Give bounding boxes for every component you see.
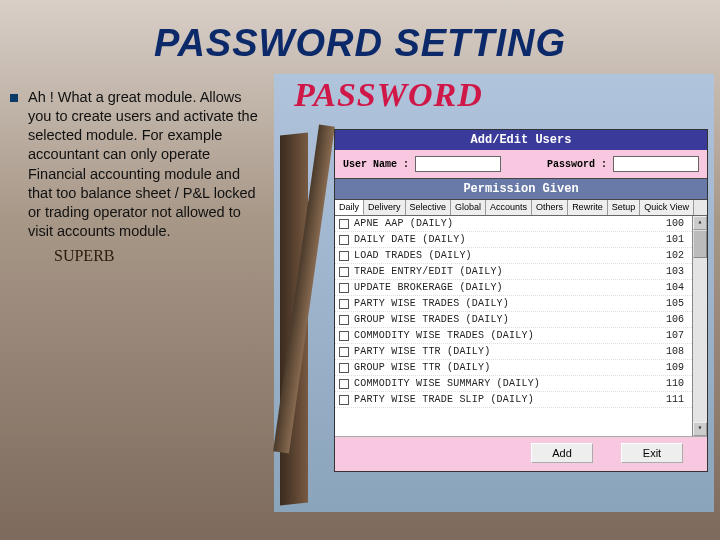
checkbox-icon[interactable] [339,219,349,229]
checkbox-icon[interactable] [339,379,349,389]
button-row: Add Exit [335,436,707,471]
content-row: Ah ! What a great module. Allows you to … [0,84,720,265]
credentials-row: User Name : Password : [335,150,707,178]
checkbox-icon[interactable] [339,235,349,245]
tab-rewrite[interactable]: Rewrite [568,200,608,215]
superb-label: SUPERB [54,247,266,265]
username-label: User Name : [343,159,409,170]
window-titlebar: Add/Edit Users [335,130,707,150]
checkbox-icon[interactable] [339,395,349,405]
permission-label: TRADE ENTRY/EDIT (DAILY) [354,266,656,277]
permission-label: LOAD TRADES (DAILY) [354,250,656,261]
permission-code: 104 [656,282,688,293]
permission-code: 100 [656,218,688,229]
list-item[interactable]: UPDATE BROKERAGE (DAILY)104 [335,280,692,296]
checkbox-icon[interactable] [339,267,349,277]
tab-setup[interactable]: Setup [608,200,641,215]
permission-label: DAILY DATE (DAILY) [354,234,656,245]
exit-button[interactable]: Exit [621,443,683,463]
page-title: PASSWORD SETTING [0,0,720,65]
permission-code: 107 [656,330,688,341]
list-item[interactable]: DAILY DATE (DAILY)101 [335,232,692,248]
permission-label: GROUP WISE TTR (DAILY) [354,362,656,373]
list-item[interactable]: GROUP WISE TTR (DAILY)109 [335,360,692,376]
add-edit-users-window: Add/Edit Users User Name : Password : Pe… [334,129,708,472]
permission-label: PARTY WISE TRADE SLIP (DAILY) [354,394,656,405]
scroll-thumb[interactable] [693,230,707,258]
list-item[interactable]: PARTY WISE TRADES (DAILY)105 [335,296,692,312]
bullet-text: Ah ! What a great module. Allows you to … [28,88,266,241]
permission-list: APNE AAP (DAILY)100DAILY DATE (DAILY)101… [335,216,692,436]
tab-accounts[interactable]: Accounts [486,200,532,215]
scroll-track[interactable] [693,230,707,422]
checkbox-icon[interactable] [339,347,349,357]
checkbox-icon[interactable] [339,251,349,261]
list-item[interactable]: PARTY WISE TRADE SLIP (DAILY)111 [335,392,692,408]
list-item[interactable]: TRADE ENTRY/EDIT (DAILY)103 [335,264,692,280]
permission-label: COMMODITY WISE TRADES (DAILY) [354,330,656,341]
tab-others[interactable]: Others [532,200,568,215]
add-button[interactable]: Add [531,443,593,463]
username-input[interactable] [415,156,501,172]
permission-label: PARTY WISE TRADES (DAILY) [354,298,656,309]
tab-global[interactable]: Global [451,200,486,215]
tab-daily[interactable]: Daily [335,200,364,215]
permission-code: 103 [656,266,688,277]
scroll-down-icon[interactable]: ▾ [693,422,707,436]
tab-selective[interactable]: Selective [406,200,452,215]
bullet-item: Ah ! What a great module. Allows you to … [8,88,266,241]
list-item[interactable]: COMMODITY WISE TRADES (DAILY)107 [335,328,692,344]
checkbox-icon[interactable] [339,315,349,325]
checkbox-icon[interactable] [339,363,349,373]
scrollbar[interactable]: ▴ ▾ [692,216,707,436]
permission-code: 108 [656,346,688,357]
checkbox-icon[interactable] [339,331,349,341]
permission-code: 106 [656,314,688,325]
checkbox-icon[interactable] [339,283,349,293]
permission-list-wrap: APNE AAP (DAILY)100DAILY DATE (DAILY)101… [335,216,707,436]
permission-label: PARTY WISE TTR (DAILY) [354,346,656,357]
permission-code: 111 [656,394,688,405]
bullet-column: Ah ! What a great module. Allows you to … [8,84,274,265]
list-item[interactable]: GROUP WISE TRADES (DAILY)106 [335,312,692,328]
permission-code: 109 [656,362,688,373]
password-input[interactable] [613,156,699,172]
scroll-up-icon[interactable]: ▴ [693,216,707,230]
tab-row: DailyDeliverySelectiveGlobalAccountsOthe… [335,200,707,216]
slide: PASSWORD SETTING Ah ! What a great modul… [0,0,720,540]
embedded-screenshot: PASSWORD Add/Edit Users User Name : Pass… [274,74,714,512]
permission-code: 102 [656,250,688,261]
list-item[interactable]: PARTY WISE TTR (DAILY)108 [335,344,692,360]
permission-code: 110 [656,378,688,389]
permission-code: 105 [656,298,688,309]
permission-code: 101 [656,234,688,245]
permission-label: GROUP WISE TRADES (DAILY) [354,314,656,325]
tab-quick-view[interactable]: Quick View [640,200,694,215]
list-item[interactable]: COMMODITY WISE SUMMARY (DAILY)110 [335,376,692,392]
list-item[interactable]: LOAD TRADES (DAILY)102 [335,248,692,264]
password-heading: PASSWORD [294,76,483,114]
permission-label: COMMODITY WISE SUMMARY (DAILY) [354,378,656,389]
permission-label: UPDATE BROKERAGE (DAILY) [354,282,656,293]
screenshot-column: PASSWORD Add/Edit Users User Name : Pass… [274,84,712,265]
checkbox-icon[interactable] [339,299,349,309]
permission-header: Permission Given [335,178,707,200]
password-label: Password : [547,159,607,170]
permission-label: APNE AAP (DAILY) [354,218,656,229]
tab-delivery[interactable]: Delivery [364,200,406,215]
list-item[interactable]: APNE AAP (DAILY)100 [335,216,692,232]
bullet-icon [10,94,18,102]
